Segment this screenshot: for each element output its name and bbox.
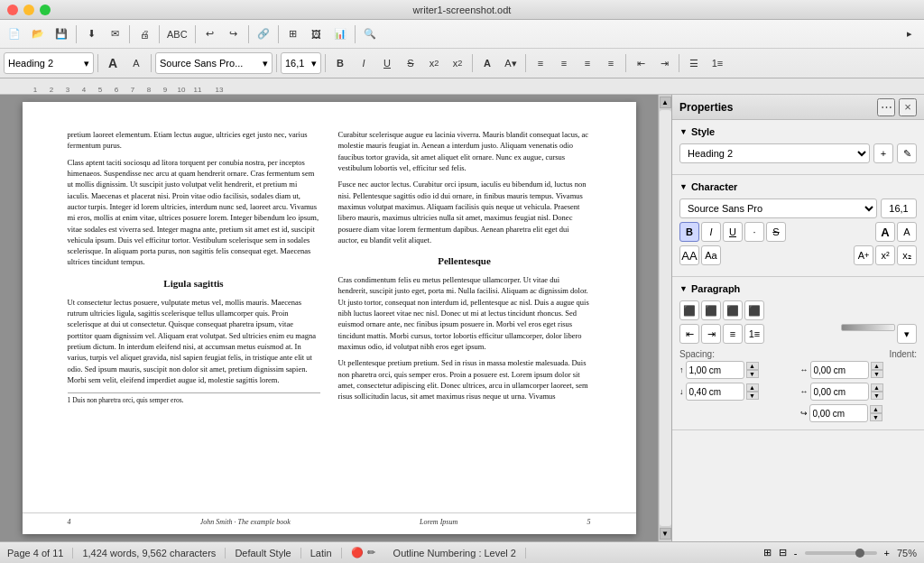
char-bold-button[interactable]: B [679,222,699,242]
numlist-button[interactable]: 1≡ [707,52,728,74]
align-left-button[interactable]: ≡ [530,52,551,74]
document-area[interactable]: pretium laoreet elementum. Etiam lectus … [0,95,658,541]
indent-before-spin-dn[interactable]: ▼ [871,370,883,378]
zoom-slider[interactable] [805,551,877,555]
font-size-input[interactable] [881,198,917,218]
scroll-thumb[interactable] [660,110,671,526]
panel-more-button[interactable]: ⋯ [877,98,895,116]
page-info: Page 4 of 11 [7,548,73,558]
list-button[interactable]: ☰ [683,52,705,74]
minimize-button[interactable] [23,5,34,15]
font-size-dropdown[interactable]: 16,1 ▾ [281,52,321,74]
above-spacing-input[interactable] [686,361,744,379]
image-button[interactable]: 🖼 [306,23,328,45]
char-highlight2-button[interactable]: A [897,222,917,242]
indent-after-spin-dn[interactable]: ▼ [871,392,883,400]
char-x2sub-button[interactable]: x₂ [897,245,917,265]
char-x2-button[interactable]: x² [875,245,895,265]
maximize-button[interactable] [40,5,51,15]
document-scrollbar[interactable]: ▲ ▼ [658,95,671,541]
email-button[interactable]: ✉ [104,23,125,45]
align-right-button[interactable]: ≡ [577,52,598,74]
char-italic-button[interactable]: I [701,222,721,242]
align-center-button[interactable]: ≡ [553,52,575,74]
indent-last-spin-up[interactable]: ▲ [870,405,882,413]
hyperlink-button[interactable]: 🔗 [253,23,274,45]
style-select[interactable]: Heading 2 [679,143,870,163]
zoom-out-button[interactable]: - [794,548,798,558]
zoom-in-button[interactable]: + [884,548,890,558]
char-aa-big-button[interactable]: AA [679,245,699,265]
scroll-up-button[interactable]: ▲ [660,97,671,108]
character-section-header[interactable]: ▼ Character [672,179,924,195]
indent-label: Indent: [889,349,917,359]
subscript-button[interactable]: x2 [447,52,468,74]
print-button[interactable]: 🖨 [134,23,155,45]
table-button[interactable]: ⊞ [282,23,304,45]
highlight-button[interactable]: A▾ [500,52,522,74]
font-dropdown[interactable]: Source Sans Pro... ▾ [155,52,273,74]
edit-style-button[interactable]: ✎ [897,143,917,163]
find-button[interactable]: 🔍 [359,23,381,45]
new-button[interactable]: 📄 [4,23,25,45]
below-spacing-input[interactable] [686,383,744,401]
para-num-button[interactable]: 1≡ [744,324,764,344]
style-row: Heading 2 + ✎ [679,143,917,163]
char-color-button[interactable]: A [875,222,895,242]
char-strikethrough-button[interactable]: S [766,222,786,242]
panel-close-button[interactable]: × [899,98,917,116]
close-button[interactable] [7,5,18,15]
font-size-a-btn[interactable]: A [102,52,124,74]
above-spin-dn[interactable]: ▼ [746,370,759,378]
new-style-button[interactable]: + [873,143,893,163]
char-dot-button[interactable]: · [744,222,764,242]
indent-more-button[interactable]: ⇥ [653,52,675,74]
indent-last-input[interactable] [809,404,868,422]
spell-button[interactable]: ABC [163,23,191,45]
para-align-right-button[interactable]: ⬛ [723,300,743,320]
indent-last-spin-dn[interactable]: ▼ [870,413,882,421]
para-justify-button[interactable]: ⬛ [744,300,764,320]
para-align-left-button[interactable]: ⬛ [679,300,699,320]
indent-before-spin-up[interactable]: ▲ [871,362,883,370]
chart-button[interactable]: 📊 [329,23,351,45]
para-list-button[interactable]: ≡ [723,324,743,344]
indent-after-spin-up[interactable]: ▲ [871,383,883,392]
more-btn1[interactable]: ▸ [899,23,920,45]
superscript-button[interactable]: x2 [423,52,445,74]
underline-button[interactable]: U [376,52,398,74]
font-color-button[interactable]: A [476,52,498,74]
para-indent-less-button[interactable]: ⇤ [679,324,699,344]
style-section-header[interactable]: ▼ Style [672,124,924,140]
font-select[interactable]: Source Sans Pro [679,198,877,218]
panel-title: Properties [679,101,733,114]
font-size-a2-btn[interactable]: A [125,52,147,74]
right-heading: Pellentesque [338,254,591,269]
below-spin-dn[interactable]: ▼ [746,392,759,400]
style-dropdown[interactable]: Heading 2 ▾ [4,52,94,74]
justify-button[interactable]: ≡ [600,52,622,74]
save-button[interactable]: 💾 [51,23,72,45]
redo-button[interactable]: ↪ [223,23,245,45]
indent-after-input[interactable] [810,383,869,401]
char-aa-small-button[interactable]: Aa [701,245,721,265]
char-underline-button[interactable]: U [723,222,743,242]
indent-less-button[interactable]: ⇤ [630,52,651,74]
para-align-center-button[interactable]: ⬛ [701,300,721,320]
para-spacing-button[interactable]: ▾ [897,324,917,344]
view-normal-button[interactable]: ⊞ [763,547,772,558]
view-web-button[interactable]: ⊟ [779,547,787,558]
italic-button[interactable]: I [353,52,374,74]
open-button[interactable]: 📂 [27,23,49,45]
below-spin-up[interactable]: ▲ [746,383,759,392]
strikethrough-button[interactable]: S [400,52,421,74]
paragraph-section-header[interactable]: ▼ Paragraph [672,281,924,297]
scroll-down-button[interactable]: ▼ [660,528,671,540]
char-super-button[interactable]: A+ [854,245,873,265]
undo-button[interactable]: ↩ [199,23,221,45]
indent-before-input[interactable] [810,361,869,379]
above-spin-up[interactable]: ▲ [746,362,759,370]
bold-button[interactable]: B [329,52,351,74]
para-indent-more-button[interactable]: ⇥ [701,324,721,344]
export-button[interactable]: ⬇ [80,23,102,45]
